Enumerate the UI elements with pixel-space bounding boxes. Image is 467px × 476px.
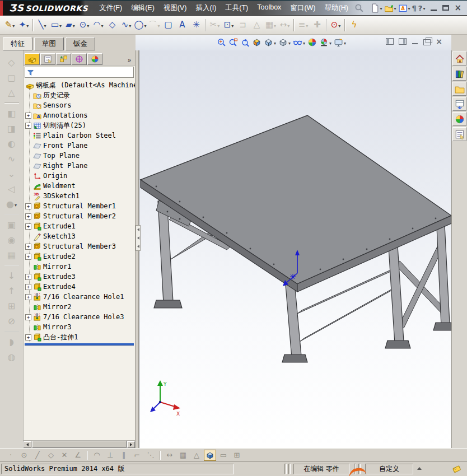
tree-item-row-0[interactable]: 历史记录 bbox=[24, 90, 135, 100]
unfold-button[interactable]: ↓ bbox=[3, 268, 20, 283]
solidworks-resources-button[interactable]: A bbox=[398, 2, 411, 14]
close-document-button[interactable]: × bbox=[436, 38, 442, 45]
propertymanager-tab[interactable] bbox=[40, 53, 55, 65]
dropdown-arrow[interactable] bbox=[44, 21, 46, 29]
vent-button[interactable]: ▦ bbox=[3, 248, 20, 263]
text-button[interactable]: A bbox=[175, 17, 189, 32]
tree-item-structural-member2[interactable]: Structural Member2 bbox=[24, 211, 135, 221]
section-view-button[interactable] bbox=[251, 36, 262, 49]
panel-collapse-handle[interactable] bbox=[136, 225, 141, 251]
sketch-button[interactable]: ✎ bbox=[3, 17, 17, 32]
edge-flange-button[interactable]: ◧ bbox=[3, 106, 20, 121]
dropdown-arrow[interactable] bbox=[408, 4, 410, 12]
appearances-scenes-tab-button[interactable] bbox=[452, 112, 466, 126]
expander-icon[interactable] bbox=[25, 223, 31, 230]
dropdown-arrow[interactable] bbox=[157, 21, 160, 29]
dropdown-arrow[interactable] bbox=[73, 21, 75, 29]
dropdown-arrow[interactable] bbox=[231, 21, 233, 29]
flatten-button[interactable]: ⊞ bbox=[3, 298, 20, 314]
tree-item-sensors[interactable]: Sensors bbox=[24, 100, 135, 110]
menu-工具[interactable]: 工具(T) bbox=[221, 1, 253, 16]
view-orientation-button[interactable] bbox=[263, 36, 277, 49]
polygon-button[interactable]: ◇ bbox=[105, 17, 119, 32]
restore-document-button[interactable] bbox=[423, 39, 431, 45]
dropdown-arrow[interactable] bbox=[287, 21, 289, 29]
dropdown-arrow[interactable] bbox=[394, 4, 396, 12]
dropdown-arrow[interactable] bbox=[306, 21, 308, 29]
convert-to-sheet-metal-button[interactable]: ◍ bbox=[3, 349, 20, 365]
dropdown-arrow[interactable] bbox=[380, 4, 382, 12]
point-button[interactable]: ✳ bbox=[189, 17, 203, 32]
dropdown-arrow[interactable] bbox=[59, 21, 62, 29]
tree-item-7-16-clearance-hole3[interactable]: 7/16 Clearance Hole3 bbox=[24, 312, 135, 322]
tree-item-extrude2[interactable]: Extrude2 bbox=[24, 251, 135, 262]
panel-horizontal-scrollbar[interactable] bbox=[24, 440, 135, 448]
scroll-thumb[interactable] bbox=[32, 441, 127, 448]
selection-box-button[interactable]: ▢ bbox=[161, 17, 175, 32]
forming-tool-button[interactable]: ● bbox=[3, 197, 20, 212]
tree-item-annotations[interactable]: AAnnotations bbox=[24, 110, 135, 120]
expander-icon[interactable] bbox=[25, 314, 31, 320]
base-flange-button[interactable]: ▢ bbox=[3, 70, 20, 85]
snap-horizontal-vertical-button[interactable]: ⌐ bbox=[131, 450, 143, 461]
four-viewports-button[interactable]: ⊞ bbox=[231, 450, 243, 461]
maximize-button[interactable] bbox=[442, 5, 449, 11]
tree-item-3dsketch1[interactable]: 3D3DSketch1 bbox=[24, 191, 135, 201]
snap-center-button[interactable]: ⊙ bbox=[18, 450, 30, 461]
properties-button[interactable]: ¶ bbox=[412, 2, 417, 14]
dimxpertmanager-tab[interactable] bbox=[72, 53, 87, 65]
quick-snaps-button[interactable]: ϟ bbox=[347, 17, 361, 32]
dropdown-arrow[interactable] bbox=[344, 39, 346, 46]
configurationmanager-tab[interactable] bbox=[56, 53, 71, 65]
customize-button[interactable]: 自定义 bbox=[365, 464, 413, 474]
tree-item-mirror3[interactable]: Mirror3 bbox=[24, 322, 135, 332]
expander-icon[interactable] bbox=[25, 284, 31, 290]
dropdown-arrow[interactable] bbox=[288, 39, 291, 46]
expander-icon[interactable] bbox=[25, 334, 31, 340]
minimize-document-button[interactable] bbox=[412, 39, 418, 44]
single-viewport-button[interactable]: ▭ bbox=[217, 450, 230, 461]
dropdown-arrow[interactable] bbox=[329, 39, 331, 46]
dropdown-arrow[interactable] bbox=[423, 4, 425, 12]
tree-item-top-plane[interactable]: Top Plane bbox=[24, 151, 135, 161]
filter-input[interactable] bbox=[36, 68, 132, 77]
menu-帮助[interactable]: 帮助(H) bbox=[320, 1, 353, 16]
tree-item-origin[interactable]: Origin bbox=[24, 171, 135, 181]
miter-flange-button[interactable]: ◨ bbox=[3, 121, 20, 136]
close-button[interactable]: × bbox=[454, 5, 461, 11]
tree-item-extrude3[interactable]: Extrude3 bbox=[24, 272, 135, 282]
tree-item-structural-member1[interactable]: Structural Member1 bbox=[24, 201, 135, 211]
snap-length-button[interactable]: ↔ bbox=[164, 450, 176, 461]
expander-icon[interactable] bbox=[25, 113, 31, 119]
tab-特征[interactable]: 特征 bbox=[3, 37, 32, 50]
edit-appearance-button[interactable] bbox=[307, 36, 317, 49]
tree-item-extrude1[interactable]: Extrude1 bbox=[24, 221, 135, 231]
customize-arrow-icon[interactable] bbox=[417, 467, 422, 470]
no-bends-button[interactable]: ⊘ bbox=[3, 314, 20, 329]
jog-button[interactable]: ∿ bbox=[3, 151, 20, 166]
snap-points-button[interactable]: · bbox=[4, 450, 17, 461]
apply-scene-button[interactable] bbox=[319, 36, 332, 49]
rip-button[interactable]: ◗ bbox=[3, 334, 20, 349]
solidworks-resources-tab-button[interactable] bbox=[452, 52, 466, 66]
centerpoint-arc-button[interactable]: ◠ bbox=[91, 17, 105, 32]
snap-parallel-button[interactable]: ∥ bbox=[118, 450, 130, 461]
tree-item-extrude4[interactable]: Extrude4 bbox=[24, 282, 135, 292]
custom-properties-tab-button[interactable] bbox=[452, 127, 466, 141]
hide-show-items-button[interactable] bbox=[292, 36, 306, 49]
expander-icon[interactable] bbox=[25, 244, 31, 250]
tree-item-plain-carbon-steel[interactable]: Plain Carbon Steel bbox=[24, 130, 135, 141]
tree-item-right-plane[interactable]: Right Plane bbox=[24, 161, 135, 171]
file-explorer-tab-button[interactable] bbox=[452, 82, 466, 96]
dropdown-arrow[interactable] bbox=[12, 21, 15, 29]
expander-icon[interactable] bbox=[25, 123, 31, 129]
dropdown-arrow[interactable] bbox=[87, 21, 89, 29]
tree-item-structural-member3[interactable]: Structural Member3 bbox=[24, 241, 135, 251]
convert-entities-button[interactable]: ⊡ bbox=[222, 17, 236, 32]
simple-hole-button[interactable]: ◉ bbox=[3, 232, 20, 248]
display-style-button[interactable] bbox=[278, 36, 291, 49]
menu-窗口[interactable]: 窗口(W) bbox=[286, 1, 320, 16]
dropdown-arrow[interactable] bbox=[338, 21, 340, 29]
fold-button[interactable]: ↑ bbox=[3, 283, 20, 298]
previous-view-button[interactable] bbox=[240, 36, 250, 49]
